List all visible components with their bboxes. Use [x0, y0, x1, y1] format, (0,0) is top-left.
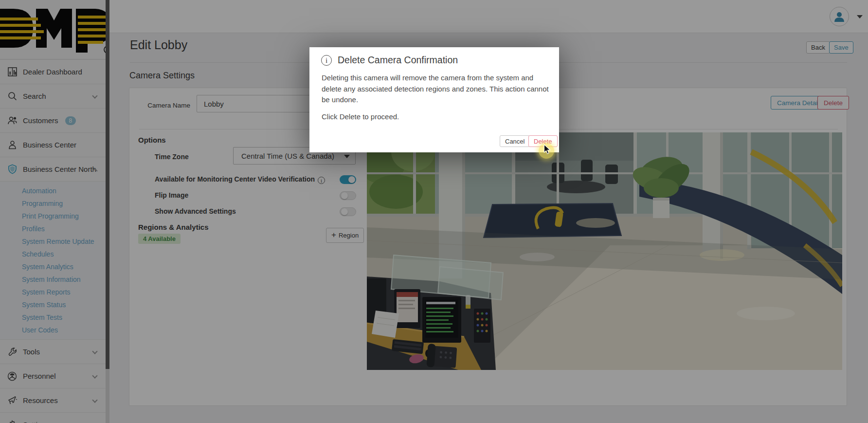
modal-cancel-button[interactable]: Cancel [500, 135, 530, 147]
modal-body-text-2: Click Delete to proceed. [322, 112, 399, 121]
delete-camera-confirmation-modal: i Delete Camera Confirmation Deleting th… [309, 47, 559, 152]
mouse-cursor [542, 144, 552, 155]
modal-body-text: Deleting this camera will remove the cam… [322, 73, 549, 106]
modal-title: Delete Camera Confirmation [338, 55, 458, 66]
app: R Dealer Dashboard Search Customers 8 [0, 0, 868, 423]
info-icon: i [321, 55, 332, 66]
modal-title-row: i Delete Camera Confirmation [321, 55, 458, 66]
